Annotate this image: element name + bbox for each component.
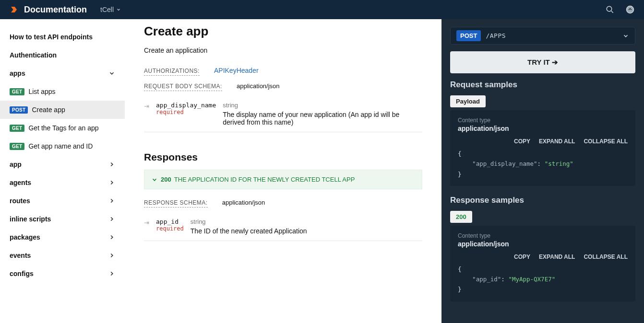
- method-badge: POST: [456, 30, 481, 41]
- param-app-display-name: ⇥ app_display_name required string The d…: [144, 96, 422, 132]
- nav-section[interactable]: packages: [0, 228, 125, 246]
- responses-heading: Responses: [144, 151, 422, 163]
- collapse-all-button[interactable]: COLLAPSE ALL: [584, 254, 628, 260]
- authorizations-label: AUTHORIZATIONS:: [144, 68, 200, 76]
- param-required-label: required: [156, 109, 216, 115]
- collapse-icon[interactable]: [626, 5, 634, 14]
- page-description: Create an application: [144, 46, 422, 54]
- request-samples-heading: Request samples: [450, 80, 635, 90]
- request-body-schema-value: application/json: [237, 82, 280, 90]
- param-type: string: [223, 102, 422, 109]
- nav-section[interactable]: events: [0, 246, 125, 265]
- response-samples-heading: Response samples: [450, 196, 635, 205]
- svg-point-0: [607, 6, 612, 12]
- chevron-right-icon: [108, 197, 115, 204]
- right-panel: POST /APPS TRY IT ➔ Request samples Payl…: [441, 19, 644, 323]
- nav-section-label: events: [10, 252, 31, 259]
- param-collapse-icon[interactable]: ⇥: [144, 218, 149, 235]
- method-badge: GET: [10, 125, 24, 132]
- chevron-right-icon: [108, 216, 115, 222]
- content-type-value: application/json: [458, 125, 628, 132]
- param-name: app_id: [156, 218, 179, 225]
- logo-icon: [10, 5, 18, 14]
- response-200-tab[interactable]: 200: [450, 211, 472, 223]
- request-body-schema-label: REQUEST BODY SCHEMA:: [144, 83, 222, 91]
- expand-all-button[interactable]: EXPAND ALL: [539, 138, 575, 145]
- response-200-row[interactable]: 200 THE APPLICATION ID FOR THE NEWLY CRE…: [144, 170, 422, 189]
- nav-section-label: routes: [10, 197, 30, 205]
- product-label: tCell: [100, 6, 114, 13]
- nav-section[interactable]: configs: [0, 265, 125, 283]
- nav-item-label: List apps: [28, 88, 55, 95]
- copy-button[interactable]: COPY: [514, 254, 530, 260]
- svg-point-1: [627, 6, 634, 13]
- try-it-button[interactable]: TRY IT ➔: [450, 51, 635, 73]
- nav-apps-item[interactable]: GETGet the Tags for an app: [0, 119, 125, 137]
- response-code: { "app_id": "MyApp-QX7E7" }: [458, 264, 628, 295]
- chevron-right-icon: [108, 234, 115, 241]
- nav-apps-label: apps: [10, 69, 25, 77]
- nav-apps[interactable]: apps: [0, 64, 125, 82]
- nav-item-label: Get the Tags for an app: [28, 124, 98, 132]
- chevron-down-icon: [116, 7, 121, 12]
- search-icon[interactable]: [606, 5, 614, 14]
- param-app-id: ⇥ app_id required string The ID of the n…: [144, 212, 422, 241]
- response-200-text: THE APPLICATION ID FOR THE NEWLY CREATED…: [174, 176, 355, 183]
- sidebar: How to test API endpoints Authentication…: [0, 19, 125, 323]
- method-badge: GET: [10, 143, 24, 150]
- nav-section-label: configs: [10, 270, 34, 277]
- request-sample-box: Content type application/json COPY EXPAN…: [450, 110, 635, 186]
- collapse-all-button[interactable]: COLLAPSE ALL: [584, 138, 628, 145]
- endpoint-path: /APPS: [486, 32, 506, 39]
- method-badge: POST: [10, 106, 28, 114]
- request-code: { "app_display_name": "string" }: [458, 149, 628, 179]
- param-type: string: [191, 218, 422, 225]
- nav-apps-item[interactable]: GETList apps: [0, 82, 125, 101]
- content-type-label: Content type: [458, 232, 628, 239]
- chevron-down-icon: [151, 176, 158, 183]
- param-description: The display name of your new application…: [223, 111, 422, 126]
- nav-item-label: Create app: [32, 106, 65, 114]
- response-sample-box: Content type application/json COPY EXPAN…: [450, 226, 635, 301]
- content-type-value: application/json: [458, 240, 628, 248]
- content-area: Create app Create an application AUTHORI…: [125, 19, 441, 323]
- nav-section[interactable]: agents: [0, 173, 125, 192]
- nav-section[interactable]: app: [0, 155, 125, 173]
- top-bar: Documentation tCell: [0, 0, 644, 19]
- endpoint-selector[interactable]: POST /APPS: [450, 27, 635, 45]
- nav-section-label: inline scripts: [10, 215, 51, 223]
- response-200-code: 200: [161, 176, 171, 183]
- authorizations-link[interactable]: APIKeyHeader: [214, 67, 259, 74]
- product-switcher[interactable]: tCell: [100, 6, 121, 13]
- nav-apps-item[interactable]: POSTCreate app: [0, 101, 125, 119]
- nav-apps-item[interactable]: GETGet app name and ID: [0, 137, 125, 155]
- nav-section[interactable]: inline scripts: [0, 210, 125, 228]
- method-badge: GET: [10, 88, 24, 95]
- nav-section[interactable]: routes: [0, 192, 125, 210]
- param-collapse-icon[interactable]: ⇥: [144, 102, 149, 126]
- response-schema-value: application/json: [222, 199, 265, 206]
- nav-section-label: app: [10, 161, 22, 168]
- param-name: app_display_name: [156, 102, 216, 109]
- nav-section-label: packages: [10, 233, 40, 241]
- page-title: Create app: [144, 24, 422, 39]
- param-description: The ID of the newly created Application: [191, 227, 422, 235]
- response-schema-label: RESPONSE SCHEMA:: [144, 199, 208, 208]
- chevron-right-icon: [108, 179, 115, 186]
- param-required-label: required: [156, 225, 184, 232]
- brand-title: Documentation: [24, 5, 87, 15]
- chevron-down-icon: [622, 33, 629, 39]
- nav-section-label: agents: [10, 179, 31, 186]
- content-type-label: Content type: [458, 117, 628, 124]
- nav-how-to-test[interactable]: How to test API endpoints: [0, 28, 125, 46]
- chevron-right-icon: [108, 161, 115, 168]
- nav-authentication[interactable]: Authentication: [0, 46, 125, 64]
- nav-item-label: Get app name and ID: [28, 142, 93, 150]
- chevron-right-icon: [108, 270, 115, 277]
- copy-button[interactable]: COPY: [514, 138, 530, 145]
- chevron-down-icon: [108, 70, 115, 77]
- expand-all-button[interactable]: EXPAND ALL: [539, 254, 575, 260]
- payload-tab[interactable]: Payload: [450, 95, 486, 107]
- chevron-right-icon: [108, 252, 115, 259]
